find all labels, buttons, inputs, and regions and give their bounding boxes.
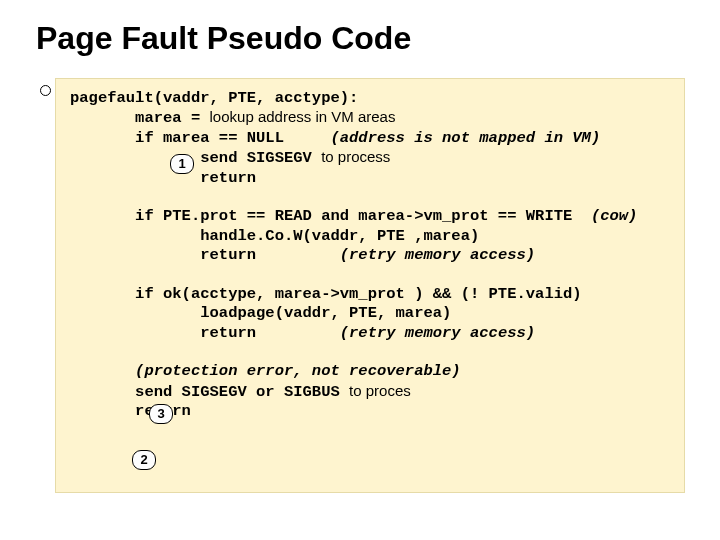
slide: Page Fault Pseudo Code pagefault(vaddr, … — [0, 0, 720, 540]
code-line: send SIGSEGV — [70, 149, 321, 167]
code-line: if ok(acctype, marea->vm_prot ) && (! PT… — [70, 285, 582, 303]
code-line: pagefault(vaddr, PTE, acctype): — [70, 89, 358, 107]
code-content: pagefault(vaddr, PTE, acctype): marea = … — [56, 79, 684, 509]
code-line: return — [70, 246, 340, 264]
code-line: return — [70, 324, 340, 342]
code-note: (cow) — [591, 207, 638, 225]
page-title: Page Fault Pseudo Code — [0, 0, 720, 57]
code-note: to process — [321, 148, 390, 165]
code-note: to proces — [349, 382, 411, 399]
code-line: handle.Co.W(vaddr, PTE ,marea) — [70, 227, 479, 245]
code-line: marea = — [70, 109, 210, 127]
code-note: lookup address in VM areas — [210, 108, 396, 125]
code-line: loadpage(vaddr, PTE, marea) — [70, 304, 451, 322]
bullet-icon — [40, 85, 51, 96]
code-note: (protection error, not recoverable) — [70, 362, 461, 380]
callout-badge-3: 3 — [149, 404, 173, 424]
code-note: (retry memory access) — [340, 324, 535, 342]
code-line: if PTE.prot == READ and marea->vm_prot =… — [70, 207, 591, 225]
code-line: if marea == NULL — [70, 129, 330, 147]
callout-badge-2: 2 — [132, 450, 156, 470]
code-line: return — [70, 169, 256, 187]
callout-badge-1: 1 — [170, 154, 194, 174]
code-panel: pagefault(vaddr, PTE, acctype): marea = … — [55, 78, 685, 493]
code-note: (retry memory access) — [340, 246, 535, 264]
code-line: send SIGSEGV or SIGBUS — [70, 383, 349, 401]
code-note: (address is not mapped in VM) — [330, 129, 600, 147]
